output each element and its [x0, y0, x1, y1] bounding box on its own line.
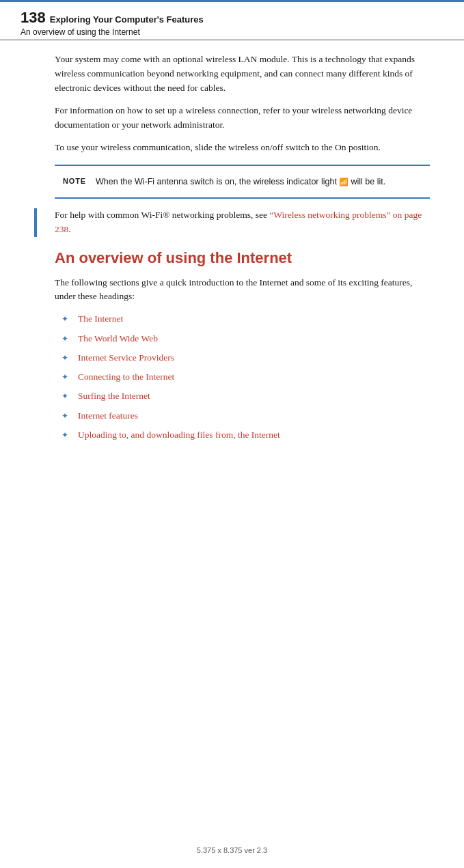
- note-box: NOTE When the Wi-Fi antenna switch is on…: [55, 176, 430, 188]
- blue-rule-1: [55, 165, 430, 166]
- wifi-ref-end: .: [68, 224, 70, 234]
- bullet-link-5[interactable]: Surfing the Internet: [78, 389, 150, 403]
- para-2: For information on how to set up a wirel…: [55, 104, 430, 132]
- bullet-link-3[interactable]: Internet Service Providers: [78, 351, 174, 365]
- para-3: To use your wireless communication, slid…: [55, 141, 430, 155]
- bullet-link-1[interactable]: The Internet: [78, 312, 123, 326]
- page-number: 138: [21, 9, 46, 27]
- page-container: 138 Exploring Your Computer's Features A…: [0, 0, 464, 868]
- bullet-diamond-2: ✦: [62, 333, 71, 345]
- wifi-ref-para: For help with common Wi-Fi® networking p…: [55, 208, 430, 237]
- wifi-ref-section: For help with common Wi-Fi® networking p…: [55, 208, 430, 237]
- list-item: ✦ Connecting to the Internet: [62, 370, 430, 384]
- bullet-diamond-4: ✦: [62, 371, 71, 383]
- left-accent-bar: [34, 208, 37, 237]
- list-item: ✦ Surfing the Internet: [62, 389, 430, 403]
- bullet-diamond-3: ✦: [62, 352, 71, 364]
- bullet-link-7[interactable]: Uploading to, and downloading files from…: [78, 428, 280, 442]
- section-heading: An overview of using the Internet: [55, 249, 430, 267]
- content-area: Your system may come with an optional wi…: [0, 40, 464, 461]
- bullet-diamond-7: ✦: [62, 429, 71, 441]
- intro-text: The following sections give a quick intr…: [55, 276, 430, 305]
- note-label: NOTE: [55, 176, 96, 185]
- list-item: ✦ Uploading to, and downloading files fr…: [62, 428, 430, 442]
- list-item: ✦ Internet features: [62, 409, 430, 423]
- bullet-list: ✦ The Internet ✦ The World Wide Web ✦ In…: [62, 312, 430, 442]
- note-text: When the Wi-Fi antenna switch is on, the…: [96, 177, 337, 186]
- wifi-ref-text: For help with common Wi-Fi® networking p…: [55, 210, 269, 220]
- bullet-diamond-5: ✦: [62, 390, 71, 402]
- bullet-link-6[interactable]: Internet features: [78, 409, 138, 423]
- blue-rule-2: [55, 197, 430, 199]
- footer-text: 5.375 x 8.375 ver 2.3: [197, 846, 267, 854]
- wifi-icon: 📶: [339, 178, 351, 186]
- list-item: ✦ The Internet: [62, 312, 430, 326]
- bullet-link-2[interactable]: The World Wide Web: [78, 332, 158, 346]
- list-item: ✦ Internet Service Providers: [62, 351, 430, 365]
- page-footer: 5.375 x 8.375 ver 2.3: [0, 846, 464, 854]
- list-item: ✦ The World Wide Web: [62, 332, 430, 346]
- page-header: 138 Exploring Your Computer's Features A…: [0, 2, 464, 40]
- note-text2: will be lit.: [351, 177, 385, 186]
- bullet-diamond-6: ✦: [62, 410, 71, 422]
- chapter-title: Exploring Your Computer's Features: [50, 14, 204, 25]
- note-content: When the Wi-Fi antenna switch is on, the…: [96, 176, 430, 188]
- bullet-diamond-1: ✦: [62, 313, 71, 325]
- para-1: Your system may come with an optional wi…: [55, 53, 430, 96]
- section-title: An overview of using the Internet: [21, 27, 443, 37]
- bullet-link-4[interactable]: Connecting to the Internet: [78, 370, 174, 384]
